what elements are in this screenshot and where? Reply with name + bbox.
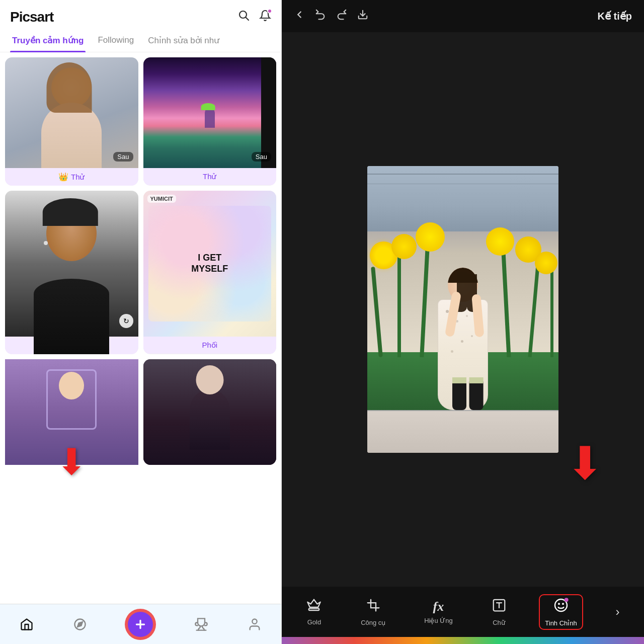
sau-badge-1: Sau <box>113 152 133 162</box>
grid-item-woman[interactable]: Sau 👑 Thử <box>5 57 138 186</box>
notification-dot <box>267 9 272 14</box>
man-image <box>5 191 138 337</box>
action-btn-2[interactable]: Thử <box>143 168 277 185</box>
tool-retouch[interactable]: Tinh Chỉnh <box>539 594 583 630</box>
tab-following[interactable]: Following <box>96 30 136 52</box>
search-icon[interactable] <box>238 10 250 25</box>
effects-label: Hiệu Ứng <box>424 617 453 624</box>
content-grid: Sau 👑 Thử Sau Thử <box>0 52 281 604</box>
gradient-bar <box>282 637 644 644</box>
fantasy-image <box>143 57 277 168</box>
undo-button[interactable] <box>315 9 326 23</box>
action-label-4: Phối <box>202 341 217 350</box>
right-arrow-area: ⬇ <box>566 441 604 486</box>
crop-label: Công cụ <box>361 619 385 626</box>
right-toolbar: Gold Công cụ fx Hiệu Ứng <box>282 587 644 637</box>
nav-profile[interactable] <box>248 617 262 631</box>
grid-item-collage[interactable]: YUMICIT I GET MYSELF Phối <box>143 191 277 354</box>
purple-girl-image <box>5 359 138 465</box>
gold-icon <box>306 598 322 616</box>
tool-text[interactable]: Chữ <box>486 595 513 629</box>
grid-item-purple-girl[interactable]: ⬇ <box>5 359 138 465</box>
download-button[interactable] <box>357 9 368 23</box>
svg-point-11 <box>558 603 560 605</box>
nav-create[interactable] <box>126 610 154 638</box>
svg-point-13 <box>565 598 569 602</box>
photo-container <box>367 166 558 453</box>
grid-item-man[interactable]: ↻ 👑 Thử <box>5 191 138 354</box>
tab-edited[interactable]: Chỉnh sửa bởi như <box>146 30 221 52</box>
nav-explore[interactable] <box>73 617 87 631</box>
tool-crop[interactable]: Công cụ <box>355 595 391 629</box>
crop-icon <box>366 598 381 616</box>
action-label-2: Thử <box>203 172 217 181</box>
sau-badge-2: Sau <box>252 152 271 162</box>
tool-effects[interactable]: fx Hiệu Ứng <box>418 596 459 627</box>
tab-inspiration[interactable]: Truyền cảm hứng <box>10 30 86 52</box>
left-panel: Picsart Truyền cảm hứng Following Chỉnh … <box>0 0 282 644</box>
dark-selfie-image <box>143 359 277 465</box>
header-icons <box>238 10 271 25</box>
left-header: Picsart <box>0 0 281 30</box>
nav-home[interactable] <box>20 617 34 631</box>
collage-image: YUMICIT I GET MYSELF <box>143 191 277 337</box>
gold-label: Gold <box>307 618 321 626</box>
crown-icon-1: 👑 <box>58 172 68 182</box>
plus-button[interactable] <box>126 610 154 638</box>
right-header-nav <box>294 9 368 23</box>
notification-icon[interactable] <box>259 10 271 25</box>
tool-more[interactable]: › <box>610 602 626 622</box>
refresh-icon[interactable]: ↻ <box>119 314 133 328</box>
right-canvas: ⬇ <box>282 32 644 587</box>
redo-button[interactable] <box>336 9 347 23</box>
action-label-1: Thử <box>71 173 85 182</box>
retouch-icon <box>553 597 569 617</box>
grid-item-fantasy[interactable]: Sau Thử <box>143 57 277 186</box>
effects-icon: fx <box>433 599 444 614</box>
action-btn-4[interactable]: Phối <box>143 337 277 354</box>
svg-point-12 <box>562 603 564 605</box>
retouch-label: Tinh Chỉnh <box>545 619 577 627</box>
grid-item-dark-selfie[interactable] <box>143 359 277 465</box>
woman-image <box>5 57 138 168</box>
tabs: Truyền cảm hứng Following Chỉnh sửa bởi … <box>0 30 281 52</box>
svg-rect-8 <box>309 608 319 610</box>
app-logo: Picsart <box>10 9 53 25</box>
back-button[interactable] <box>294 9 305 23</box>
nav-challenge[interactable] <box>194 617 208 631</box>
svg-marker-3 <box>77 622 83 627</box>
tool-gold[interactable]: Gold <box>300 595 328 629</box>
collage-tag: YUMICIT <box>147 195 176 203</box>
bottom-nav <box>0 604 281 644</box>
next-button[interactable]: Kế tiếp <box>598 10 632 22</box>
text-label: Chữ <box>493 619 505 626</box>
text-icon <box>492 598 507 616</box>
action-btn-1[interactable]: 👑 Thử <box>5 168 138 186</box>
svg-point-6 <box>252 619 257 623</box>
right-header: Kế tiếp <box>282 0 644 32</box>
more-icon: › <box>616 605 620 619</box>
right-panel: Kế tiếp <box>282 0 644 644</box>
svg-line-1 <box>246 18 249 21</box>
red-arrow-right: ⬇ <box>566 441 604 486</box>
